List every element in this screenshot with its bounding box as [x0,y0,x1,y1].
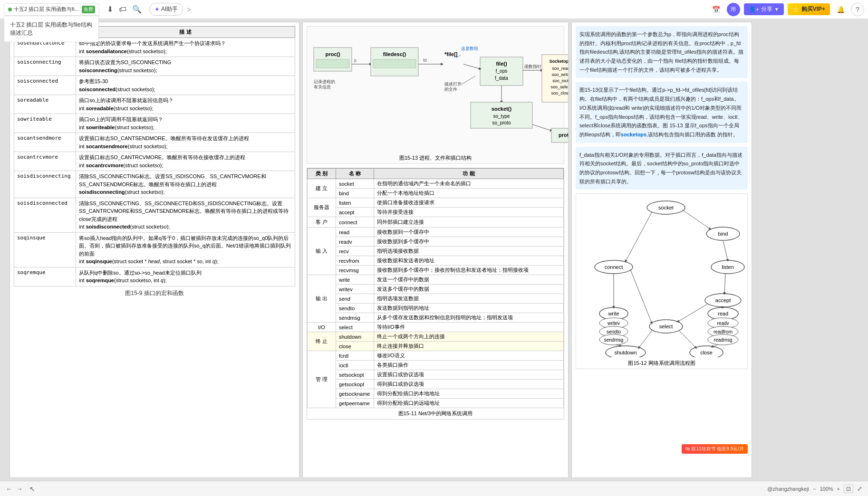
net-table-caption: 图15-11 Net/3中的网络系统调用 [307,410,564,417]
syscall-func: 指明选项接收数据 [374,247,564,256]
table-row: soisconnected 参考图15-30 soisconnected(str… [14,76,295,95]
share-icon: 👤+ [749,6,759,13]
fullscreen-button[interactable]: ⤢ [857,485,862,492]
func-name: soisconnected [14,76,76,95]
user-label: @zhangzhangkeji [767,486,809,492]
svg-text:readmsg: readmsg [714,337,733,343]
syscall-func: 分配一个本地地址给插口 [374,189,564,198]
left-edge-sidebar [0,19,7,481]
svg-line-76 [723,240,728,260]
network-flow-diagram: socket bind connect listen accept [578,196,749,357]
buy-vip-button[interactable]: ⭐ 购买VIP+ [788,3,830,15]
download-icon[interactable]: ⬇ [107,5,113,14]
zoom-out-button[interactable]: − [813,486,816,492]
table-row: soqremque 从队列q中删除so。通过so->so_head来定位插口队列… [14,267,295,286]
svg-text:readv: readv [717,321,729,326]
ai-assistant-button[interactable]: ✦ AI助手 [149,3,183,16]
cursor-tool-button[interactable]: ↖ [29,485,35,493]
syscall-name: sendmsg [336,313,374,323]
svg-text:close: close [700,350,713,355]
table-row: ioctl 各类插口操作 [308,361,564,370]
search-icon[interactable]: 🔍 [132,5,142,14]
func-name: soreadable [14,95,76,114]
share-dropdown-arrow: ▼ [774,7,779,12]
svg-line-19 [461,76,475,85]
diagram1-caption: 图15-13 进程、文件和插口结构 [309,154,562,162]
svg-line-79 [630,269,652,323]
calendar-icon[interactable]: 📅 [710,3,723,16]
func-name: sowriteable [14,114,76,133]
share-label: 分享 [761,5,772,13]
svg-text:有关信息: 有关信息 [314,85,331,89]
func-desc: 将插口状态设置为SO_ISCONNECTING soisconnecting(s… [76,57,295,76]
syscall-func: 各类插口操作 [374,361,564,370]
zoom-in-button[interactable]: + [837,486,840,492]
svg-line-84 [679,331,696,348]
svg-text:soo_select: soo_select [550,85,569,89]
cat-cell: I/O [308,323,336,332]
forward-button[interactable]: → [16,485,23,493]
bell-icon[interactable]: 🔔 [834,3,847,16]
tab-free-tag: 免费 [82,6,95,13]
svg-text:protosw(): protosw() [559,132,569,138]
svg-text:connect: connect [605,264,623,270]
syscall-func: 接收数据到一个缓存中 [374,228,564,237]
func-desc: 将so插入head指向的队列中。如果q等于0，插口被插到存放未完成的连接的so_… [76,232,295,267]
svg-text:bind: bind [718,231,728,237]
cat-cell: 输 入 [308,228,336,275]
svg-text:writev: writev [607,321,620,326]
func-name: soqremque [14,267,76,286]
table-row: 客 户 connect 同外部插口建立连接 [308,217,564,228]
tab-item[interactable]: 十五2 插口层 实用函数与fi... 免费 [4,3,99,16]
back-button[interactable]: ← [6,485,12,493]
col-desc-header: 描 述 [76,27,295,38]
fit-page-button[interactable]: ⊡ [844,485,853,493]
svg-text:filedesc(): filedesc() [383,51,406,57]
syscall-name: listen [336,198,374,208]
func-desc: 从队列q中删除so。通过so->so_head来定位插口队列 int soqre… [76,267,295,286]
tab-dropdown-item[interactable]: 十五2 插口层 实用函数与file结构描述汇总 [4,18,98,40]
syscall-func: 从多个缓存发送数据和控制信息到指明的地址；指明发送项 [374,313,564,323]
top-right-controls: 📅 用 👤+ 分享 ▼ ⭐ 购买VIP+ 🔔 ? [710,3,864,16]
svg-text:so_proto: so_proto [492,120,511,125]
svg-rect-11 [373,59,416,68]
pdf-viewer: 名 称 描 述 sosendallatonce so中指定的协议要求每一个发送系… [7,19,868,481]
func-name: soqinsque [14,232,76,267]
avatar-icon[interactable]: 用 [727,3,740,16]
syscall-name: readv [336,237,374,247]
svg-text:read: read [718,311,728,316]
share-button[interactable]: 👤+ 分享 ▼ [744,3,784,15]
text-block-2: 图15-13仅显示了一个file结构。通过p->p_fd->fd_ofiles[… [576,82,748,143]
col-name: 名 称 [336,169,374,179]
nav-forward-arrow[interactable]: > [187,6,191,13]
promo-banner[interactable]: 🛍 双11狂欢节 低至9.9元/月 [682,444,748,454]
syscall-name: socket [336,179,374,189]
syscall-name: select [336,323,374,332]
tag-icon[interactable]: 🏷 [119,5,126,14]
table-row: sowriteable 插口so上的写调用不阻塞就返回吗？ int sowrit… [14,114,295,133]
flow-diagram-caption: 图15-12 网络系统调用流程图 [578,360,745,367]
table-row: recvmsg 接收数据到多个缓存中；接收控制信息和发送者地址；指明接收项 [308,266,564,275]
func-name: soisdisconnecting [14,171,76,198]
struct-diagram-container: proc() p_fd 记录进程的 有关信息 p filedesc() fd_o… [307,26,564,164]
text-block-3: f_data指向相关1/O对象的专用数据。对于插口而言，f_data指向与描述符… [576,147,748,190]
syscall-func: 指明选项发送数据 [374,294,564,304]
svg-text:Socketops:: Socketops: [550,59,569,64]
svg-text:readfrom: readfrom [714,329,733,334]
syscall-name: recvmsg [336,266,374,275]
syscall-func: 得到插口或协议选项 [374,380,564,389]
syscall-func: 等待I/O事件 [374,323,564,332]
syscall-name: ioctl [336,361,374,370]
help-icon[interactable]: ? [851,3,864,16]
col-func: 功 能 [374,169,564,179]
syscall-name: recv [336,247,374,256]
svg-line-82 [616,345,621,346]
syscall-func: 得到分配给插口的远端地址 [374,399,564,408]
cat-cell: 服务器 [308,198,336,217]
content-area: 名 称 描 述 sosendallatonce so中指定的协议要求每一个发送系… [0,19,868,481]
svg-line-81 [678,304,707,322]
cat-cell: 客 户 [308,217,336,228]
syscall-name: recvfrom [336,256,374,266]
table-row: getsockname 得到分配给插口的本地地址 [308,389,564,399]
table-row: soqinsque 将so插入head指向的队列中。如果q等于0，插口被插到存放… [14,232,295,267]
